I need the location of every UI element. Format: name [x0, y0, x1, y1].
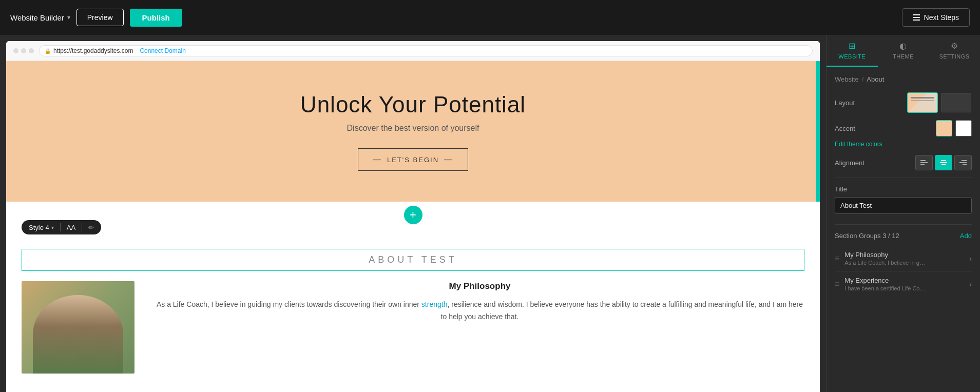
about-philosophy-title: My Philosophy — [155, 281, 804, 291]
section-group-preview-2: I have been a certified Life Coach f... — [844, 285, 927, 291]
line1 — [913, 14, 920, 15]
breadcrumb: Website / About — [835, 75, 972, 83]
about-section: ABOUT TEST My Philosophy As a Life Coach… — [6, 239, 820, 384]
browser-dots — [13, 48, 34, 53]
section-group-name-2: My Experience — [844, 277, 964, 284]
section-groups: Section Groups 3 / 12 Add ≡ My Philosoph… — [835, 232, 972, 297]
section-group-item-2[interactable]: ≡ My Experience I have been a certified … — [835, 271, 972, 297]
theme-tab-icon: ◐ — [899, 41, 907, 51]
align-center-icon — [940, 159, 947, 166]
connect-domain-link[interactable]: Connect Domain — [140, 47, 185, 54]
svg-rect-5 — [941, 164, 946, 165]
style-label: Style 4 — [29, 224, 49, 231]
browser-dot-green — [29, 48, 34, 53]
browser-dot-red — [13, 48, 18, 53]
website-tab-label: WEBSITE — [838, 53, 866, 60]
svg-rect-7 — [959, 162, 967, 163]
add-section-button[interactable]: + — [404, 206, 422, 224]
style-toolbar-row: Style 4 ▾ AA ✏ — [6, 228, 820, 239]
about-text-block: My Philosophy As a Life Coach, I believe… — [155, 281, 804, 323]
toolbar-left: Website Builder ▾ Preview Publish — [10, 9, 182, 27]
layout-thumb-1-inner — [908, 93, 937, 112]
hero-title: Unlock Your Potential — [16, 92, 810, 117]
svg-rect-6 — [962, 160, 967, 161]
tab-theme[interactable]: ◐ THEME — [878, 35, 929, 67]
panel-content: Website / About Layout Accent — [827, 67, 980, 392]
about-title-container: ABOUT TEST — [22, 249, 804, 271]
drag-handle-1[interactable]: ≡ — [835, 254, 839, 263]
layout-row: Layout — [835, 92, 972, 113]
browser-dot-yellow — [21, 48, 26, 53]
section-chevron-1: › — [969, 254, 972, 263]
website-content-inner: Unlock Your Potential Discover the best … — [6, 61, 820, 384]
svg-rect-2 — [920, 164, 925, 165]
brand-label: Website Builder — [10, 13, 64, 22]
lines-icon — [913, 14, 920, 21]
next-steps-label: Next Steps — [924, 13, 959, 22]
section-groups-label: Section Groups 3 / 12 — [835, 232, 899, 240]
brand-chevron-icon: ▾ — [67, 14, 70, 21]
svg-rect-8 — [963, 164, 967, 165]
about-title: ABOUT TEST — [369, 254, 457, 265]
settings-tab-icon: ⚙ — [951, 41, 958, 51]
align-center-button[interactable] — [935, 155, 952, 170]
align-right-button[interactable] — [954, 155, 972, 170]
about-content: My Philosophy As a Life Coach, I believe… — [6, 281, 820, 374]
align-left-button[interactable] — [915, 155, 933, 170]
breadcrumb-parent[interactable]: Website — [835, 75, 859, 83]
breadcrumb-separator: / — [862, 75, 864, 83]
alignment-label: Alignment — [835, 159, 864, 167]
style-toolbar: Style 4 ▾ AA ✏ — [22, 220, 101, 234]
layout-thumb-1[interactable] — [907, 92, 938, 113]
section-group-text-1: My Philosophy As a Life Coach, I believe… — [844, 251, 964, 266]
accent-swatch-peach[interactable] — [936, 120, 952, 136]
style-selector[interactable]: Style 4 ▾ — [29, 224, 54, 231]
svg-rect-3 — [941, 160, 946, 161]
svg-rect-4 — [940, 162, 947, 163]
title-section: Title — [835, 185, 972, 214]
style-aa-label[interactable]: AA — [67, 224, 75, 231]
publish-button[interactable]: Publish — [130, 9, 182, 27]
pencil-icon[interactable]: ✏ — [88, 224, 94, 231]
layout-thumb-2[interactable] — [941, 92, 972, 113]
settings-tab-label: SETTINGS — [939, 53, 970, 60]
about-image — [22, 281, 134, 374]
browser-bar: 🔒 https://test.godaddysites.com Connect … — [6, 41, 820, 61]
tab-website[interactable]: ⊞ WEBSITE — [827, 35, 878, 67]
section-group-item-1[interactable]: ≡ My Philosophy As a Life Coach, I belie… — [835, 246, 972, 271]
preview-button[interactable]: Preview — [76, 9, 124, 26]
browser-url-bar[interactable]: 🔒 https://test.godaddysites.com Connect … — [39, 45, 813, 56]
tab-settings[interactable]: ⚙ SETTINGS — [929, 35, 980, 67]
hero-section: Unlock Your Potential Discover the best … — [6, 61, 820, 202]
layout-label: Layout — [835, 99, 855, 107]
section-groups-add-link[interactable]: Add — [960, 232, 972, 240]
panel-divider-2 — [835, 224, 972, 225]
line3 — [913, 19, 920, 21]
panel-tabs: ⊞ WEBSITE ◐ THEME ⚙ SETTINGS — [827, 35, 980, 67]
title-input[interactable] — [835, 197, 972, 214]
style-chevron-icon: ▾ — [51, 225, 54, 230]
title-section-label: Title — [835, 185, 972, 193]
website-tab-icon: ⊞ — [849, 41, 856, 51]
align-right-icon — [959, 159, 967, 166]
brand-logo[interactable]: Website Builder ▾ — [10, 13, 70, 22]
main-area: 🔒 https://test.godaddysites.com Connect … — [0, 35, 980, 392]
align-left-icon — [920, 159, 928, 166]
svg-rect-1 — [920, 162, 928, 163]
accent-row: Accent — [835, 120, 972, 136]
section-chevron-2: › — [969, 280, 972, 288]
hero-dash-right: — — [444, 155, 453, 164]
accent-swatches — [936, 120, 972, 136]
alignment-buttons — [915, 155, 972, 170]
hero-subtitle: Discover the best version of yourself — [16, 124, 810, 133]
theme-tab-label: THEME — [893, 53, 914, 60]
section-groups-header: Section Groups 3 / 12 Add — [835, 232, 972, 240]
hero-cta-button[interactable]: — LET'S BEGIN — — [358, 148, 468, 171]
highlight-strength: strength — [421, 300, 448, 308]
website-content: Unlock Your Potential Discover the best … — [6, 61, 820, 392]
lock-icon: 🔒 — [45, 48, 51, 54]
edit-theme-colors-link[interactable]: Edit theme colors — [835, 141, 972, 148]
drag-handle-2[interactable]: ≡ — [835, 280, 839, 289]
accent-swatch-white[interactable] — [955, 120, 972, 136]
next-steps-button[interactable]: Next Steps — [902, 8, 970, 27]
